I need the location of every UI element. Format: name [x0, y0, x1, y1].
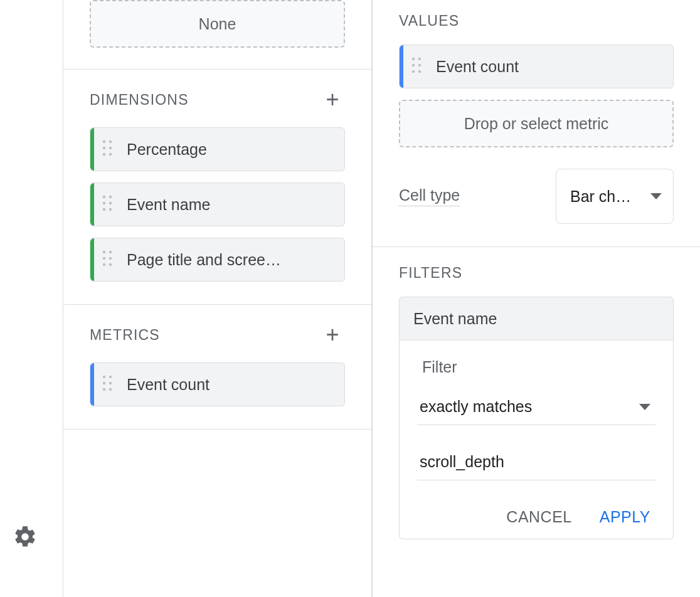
- filter-editor-panel: Filter exactly matches CANCEL APPLY: [399, 341, 674, 539]
- dimension-accent: [90, 183, 94, 226]
- metric-label: Event count: [127, 376, 333, 394]
- technique-dropzone[interactable]: None: [90, 0, 345, 48]
- plus-icon: +: [326, 88, 339, 111]
- technique-label: None: [199, 15, 236, 33]
- dimension-chip[interactable]: Percentage: [90, 127, 345, 171]
- filter-value-input[interactable]: [417, 446, 655, 480]
- drag-handle-icon[interactable]: [103, 140, 115, 158]
- filter-panel-title: Filter: [422, 358, 655, 376]
- values-section: Values Event count Drop or select metric…: [373, 0, 700, 247]
- metric-accent: [90, 363, 94, 406]
- drag-handle-icon[interactable]: [412, 58, 425, 75]
- filter-field-chip[interactable]: Event name: [399, 297, 674, 341]
- add-metric-button[interactable]: +: [320, 322, 345, 347]
- values-title: Values: [399, 13, 459, 29]
- value-label: Event count: [436, 58, 662, 76]
- metrics-title: Metrics: [90, 327, 160, 344]
- gear-icon[interactable]: [13, 524, 38, 549]
- filters-section: Filters Event name Filter exactly matche…: [373, 247, 700, 562]
- plus-icon: +: [326, 324, 339, 346]
- cancel-button[interactable]: CANCEL: [506, 508, 571, 526]
- drag-handle-icon[interactable]: [103, 376, 115, 393]
- filters-title: Filters: [399, 265, 462, 282]
- filter-field-label: Event name: [413, 310, 497, 328]
- dimension-label: Event name: [127, 196, 333, 214]
- add-dimension-button[interactable]: +: [320, 87, 345, 112]
- metric-chip[interactable]: Event count: [90, 362, 345, 406]
- drag-handle-icon[interactable]: [103, 196, 115, 213]
- settings-panel: Values Event count Drop or select metric…: [372, 0, 700, 597]
- dropzone-hint: Drop or select metric: [464, 115, 609, 133]
- match-type-select[interactable]: exactly matches: [417, 391, 655, 425]
- value-chip[interactable]: Event count: [399, 45, 674, 88]
- cell-type-label: Cell type: [399, 186, 460, 206]
- dimension-accent: [90, 238, 94, 281]
- dimensions-section: Dimensions + Percentage Event name Page …: [63, 70, 371, 305]
- match-type-value: exactly matches: [420, 398, 532, 416]
- cell-type-value: Bar ch…: [570, 188, 631, 206]
- dimension-label: Percentage: [127, 140, 333, 159]
- chevron-down-icon: [650, 193, 662, 199]
- value-accent: [400, 45, 403, 88]
- dimension-chip[interactable]: Event name: [90, 182, 345, 226]
- metrics-section: Metrics + Event count: [63, 305, 371, 430]
- drag-handle-icon[interactable]: [103, 251, 115, 268]
- dimension-chip[interactable]: Page title and scree…: [90, 238, 345, 282]
- cell-type-select[interactable]: Bar ch…: [556, 169, 674, 224]
- dimension-accent: [90, 128, 94, 171]
- metric-dropzone[interactable]: Drop or select metric: [399, 100, 674, 147]
- dimension-label: Page title and scree…: [127, 251, 333, 269]
- chevron-down-icon: [639, 404, 650, 410]
- dimensions-title: Dimensions: [90, 92, 189, 108]
- settings-rail: [0, 0, 63, 597]
- variables-panel: None Dimensions + Percentage Event name: [63, 0, 372, 597]
- apply-button[interactable]: APPLY: [600, 508, 650, 526]
